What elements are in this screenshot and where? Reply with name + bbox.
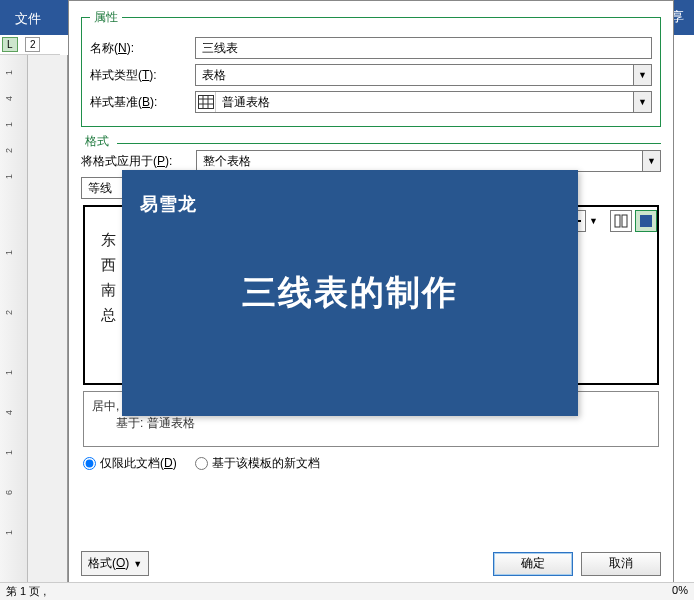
- apply-to-combo[interactable]: 整个表格 ▼: [196, 150, 661, 172]
- ruler-tick: 1: [4, 530, 14, 535]
- properties-legend: 属性: [90, 9, 122, 26]
- ruler-tab-2[interactable]: 2: [25, 37, 41, 52]
- chevron-down-icon[interactable]: ▼: [633, 92, 651, 112]
- properties-group: 属性 名称(N): 样式类型(T): 表格 ▼ 样式基准(B):: [81, 9, 661, 127]
- style-type-combo[interactable]: 表格 ▼: [195, 64, 652, 86]
- dialog-button-row: 格式(O) ▼ 确定 取消: [81, 551, 661, 576]
- name-label: 名称(N):: [90, 40, 195, 57]
- chevron-down-icon[interactable]: ▼: [633, 65, 651, 85]
- ruler-tick: 1: [4, 174, 14, 179]
- name-input[interactable]: [195, 37, 652, 59]
- ruler-tick: 4: [4, 96, 14, 101]
- page-indicator: 第 1 页 ,: [6, 584, 46, 599]
- document-margin-area: [28, 55, 68, 585]
- svg-rect-0: [198, 96, 213, 109]
- style-type-label: 样式类型(T):: [90, 67, 195, 84]
- chevron-down-icon: ▼: [133, 559, 142, 569]
- ruler-tab-l[interactable]: L: [2, 37, 18, 52]
- ruler-tab-area: L 2: [0, 35, 60, 55]
- ruler-tick: 2: [4, 148, 14, 153]
- scope-radio-group: 仅限此文档(D) 基于该模板的新文档: [83, 455, 659, 472]
- cancel-button[interactable]: 取消: [581, 552, 661, 576]
- ruler-tick: 1: [4, 122, 14, 127]
- based-on-value: 普通表格: [216, 92, 633, 112]
- ruler-tick: 1: [4, 450, 14, 455]
- based-on-label: 样式基准(B):: [90, 94, 195, 111]
- ruler-tick: 1: [4, 70, 14, 75]
- ruler-tick: 2: [4, 310, 14, 315]
- template-based-radio[interactable]: 基于该模板的新文档: [195, 455, 320, 472]
- ok-button[interactable]: 确定: [493, 552, 573, 576]
- vertical-ruler: 1 4 1 2 1 1 2 1 4 1 6 1: [0, 55, 28, 585]
- file-menu-button[interactable]: 文件: [5, 6, 51, 32]
- video-overlay: 易雪龙 三线表的制作: [122, 170, 578, 416]
- name-row: 名称(N):: [90, 37, 652, 59]
- ruler-tick: 1: [4, 370, 14, 375]
- based-on-combo[interactable]: 普通表格 ▼: [195, 91, 652, 113]
- overlay-logo: 易雪龙: [140, 192, 197, 216]
- description-line: 基于: 普通表格: [92, 415, 650, 432]
- format-dropdown-button[interactable]: 格式(O) ▼: [81, 551, 149, 576]
- style-type-row: 样式类型(T): 表格 ▼: [90, 64, 652, 86]
- based-on-row: 样式基准(B): 普通表格 ▼: [90, 91, 652, 113]
- apply-to-row: 将格式应用于(P): 整个表格 ▼: [81, 150, 661, 172]
- format-legend: 格式: [81, 133, 113, 150]
- style-type-value: 表格: [196, 65, 633, 85]
- chevron-down-icon[interactable]: ▼: [642, 151, 660, 171]
- zoom-indicator: 0%: [672, 584, 688, 599]
- table-icon: [196, 92, 216, 112]
- ruler-tick: 6: [4, 490, 14, 495]
- overlay-title: 三线表的制作: [242, 270, 458, 316]
- apply-to-label: 将格式应用于(P):: [81, 153, 196, 170]
- status-bar: 第 1 页 , 0%: [0, 582, 694, 600]
- ruler-tick: 4: [4, 410, 14, 415]
- apply-to-value: 整个表格: [197, 151, 642, 171]
- radio-input[interactable]: [83, 457, 96, 470]
- radio-input[interactable]: [195, 457, 208, 470]
- only-this-document-radio[interactable]: 仅限此文档(D): [83, 455, 177, 472]
- ruler-tick: 1: [4, 250, 14, 255]
